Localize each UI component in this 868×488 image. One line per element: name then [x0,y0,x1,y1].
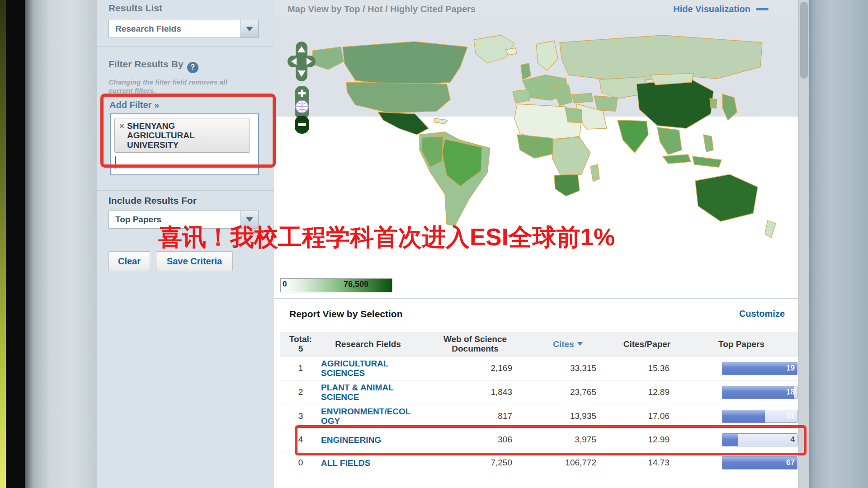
save-criteria-button[interactable]: Save Criteria [156,251,233,271]
top-papers-bar: 19 [722,362,797,375]
scrollbar-thumb[interactable] [800,2,808,79]
divider [97,46,274,47]
map-view-title: Map View by Top / Hot / Highly Cited Pap… [288,4,476,14]
docs-value: 2,169 [423,363,527,373]
field-link[interactable]: ENVIRONMENT/ECOLOGY [321,404,423,428]
sort-desc-icon [577,342,583,346]
report-panel: Report View by Selection Customize Total… [274,298,798,488]
row-rank: 3 [280,411,321,421]
row-rank: 2 [280,387,321,397]
results-list-dropdown[interactable]: Research Fields [108,20,259,38]
col-total: Total:5 [280,334,321,353]
col-cites-sort[interactable]: Cites [527,339,609,349]
cpp-value: 15.36 [609,363,685,373]
annotation-box-filter [100,94,276,168]
table-row: 1 AGRICULTURAL SCIENCES 2,169 33,315 15.… [280,356,798,380]
annotation-box-engineering-row [295,425,807,455]
docs-value: 1,843 [423,387,527,397]
photo-edge-blur-right [809,0,868,488]
docs-value: 817 [423,411,527,421]
bar-value: 11 [787,412,795,421]
cpp-value: 14.73 [609,458,685,468]
customize-link[interactable]: Customize [739,309,785,319]
photo-edge-black [6,0,25,488]
help-icon[interactable]: ? [187,62,198,73]
world-map[interactable] [301,32,800,242]
cites-value: 23,765 [527,387,609,397]
map-legend: 0 76,509 [280,277,398,293]
results-list-value: Research Fields [109,24,241,34]
bar-value: 18 [786,388,795,397]
hide-visualization-link[interactable]: Hide Visualization [673,4,769,14]
cpp-value: 12.89 [609,387,685,397]
cites-value: 13,935 [527,411,609,421]
row-rank: 1 [280,363,321,373]
chevron-down-icon [246,27,253,31]
col-cites-per-paper: Cites/Paper [609,339,685,349]
bar-value: 67 [786,458,795,467]
legend-max: 76,509 [344,280,368,289]
table-row: 3 ENVIRONMENT/ECOLOGY 817 13,935 17.06 1… [280,404,798,428]
clear-button[interactable]: Clear [108,251,150,271]
map-header-bar: Map View by Top / Hot / Highly Cited Pap… [274,0,798,18]
top-papers-bar: 18 [722,386,797,399]
col-wos-documents: Web of ScienceDocuments [423,334,527,353]
results-list-dropdown-button[interactable] [241,20,258,38]
browser-scrollbar[interactable] [798,0,810,488]
include-results-heading: Include Results For [108,195,197,206]
announcement-banner: 喜讯！我校工程学科首次进入ESI全球前1% [158,221,615,254]
legend-gradient-bar [280,278,392,292]
cites-value: 106,772 [527,458,609,468]
col-top-papers: Top Papers [685,339,798,349]
cites-value: 33,315 [527,363,609,373]
top-papers-bar: 67 [722,456,797,469]
divider [97,190,274,191]
field-link[interactable]: PLANT & ANIMAL SCIENCE [321,380,423,404]
field-link[interactable]: AGRICULTURAL SCIENCES [321,357,423,380]
map-controls[interactable] [285,41,319,136]
bar-value: 19 [786,364,795,373]
table-row: 2 PLANT & ANIMAL SCIENCE 1,843 23,765 12… [280,380,798,404]
filter-results-heading: Filter Results By? [108,59,198,73]
filter-note: Changing the filter field removes all cu… [108,78,244,95]
report-title: Report View by Selection [289,309,403,319]
legend-min: 0 [283,280,287,289]
table-header-row: Total:5 Research Fields Web of ScienceDo… [280,332,798,356]
field-link[interactable]: ALL FIELDS [321,456,423,470]
docs-value: 7,250 [423,458,527,468]
col-research-fields: Research Fields [321,339,423,349]
minus-icon [756,8,769,10]
photo-edge-yellow [0,0,6,488]
photo-edge-blur-left [25,0,97,488]
top-papers-bar: 11 [722,410,797,423]
row-rank: 0 [280,458,321,468]
cpp-value: 17.06 [609,411,685,421]
results-list-label: Results List [108,3,162,14]
